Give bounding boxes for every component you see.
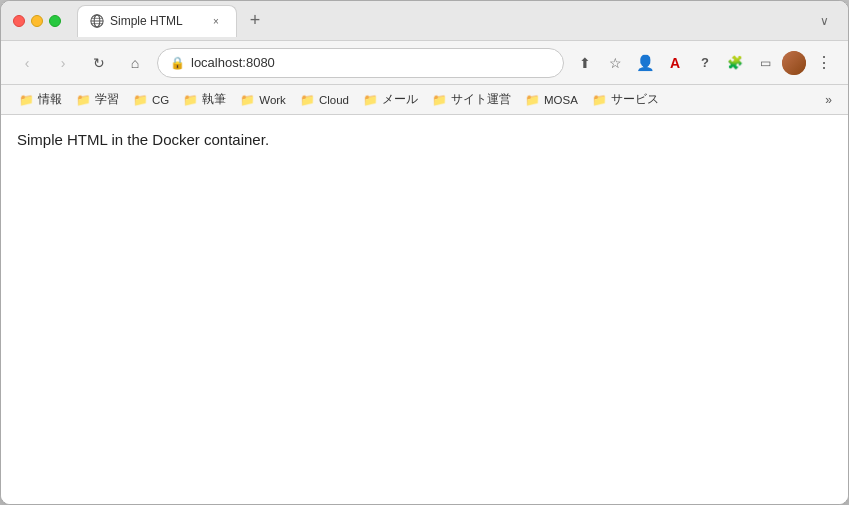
bookmark-cloud[interactable]: 📁 Cloud [294, 91, 355, 109]
folder-icon: 📁 [300, 93, 315, 107]
acrobat-icon: A [670, 55, 680, 71]
bookmark-label: メール [382, 92, 418, 107]
bookmark-label: MOSA [544, 94, 578, 106]
tabs-bar: Simple HTML × + [77, 5, 812, 37]
folder-icon: 📁 [432, 93, 447, 107]
url-text: localhost:8080 [191, 55, 551, 70]
bookmark-label: Cloud [319, 94, 349, 106]
tab-close-button[interactable]: × [208, 13, 224, 29]
bookmark-label: CG [152, 94, 169, 106]
browser-window: Simple HTML × + ∨ ‹ › ↻ ⌂ 🔒 localhost:80… [0, 0, 849, 505]
page-content: Simple HTML in the Docker container. [1, 115, 848, 504]
navigation-bar: ‹ › ↻ ⌂ 🔒 localhost:8080 ⬆ ☆ 👤 A [1, 41, 848, 85]
maximize-window-button[interactable] [49, 15, 61, 27]
bookmark-site-management[interactable]: 📁 サイト運営 [426, 90, 517, 109]
tab-title: Simple HTML [110, 14, 202, 28]
chevron-down-icon[interactable]: ∨ [812, 9, 836, 33]
folder-icon: 📁 [183, 93, 198, 107]
folder-icon: 📁 [592, 93, 607, 107]
question-icon: ? [701, 55, 709, 70]
title-bar-right: ∨ [812, 9, 836, 33]
bookmark-label: 学習 [95, 92, 119, 107]
star-icon: ☆ [609, 55, 622, 71]
home-button[interactable]: ⌂ [121, 49, 149, 77]
bookmarks-more-button[interactable]: » [821, 91, 836, 109]
close-window-button[interactable] [13, 15, 25, 27]
address-bar[interactable]: 🔒 localhost:8080 [157, 48, 564, 78]
puzzle-icon: 🧩 [727, 55, 743, 70]
cast-icon: ▭ [760, 56, 771, 70]
folder-icon: 📁 [240, 93, 255, 107]
cast-button[interactable]: ▭ [752, 50, 778, 76]
bookmark-cg[interactable]: 📁 CG [127, 91, 175, 109]
minimize-window-button[interactable] [31, 15, 43, 27]
title-bar: Simple HTML × + ∨ [1, 1, 848, 41]
bookmarks-bar: 📁 情報 📁 学習 📁 CG 📁 執筆 📁 Work 📁 Cloud 📁 メール [1, 85, 848, 115]
bookmark-label: Work [259, 94, 286, 106]
globe-icon [90, 14, 104, 28]
bookmark-joho[interactable]: 📁 情報 [13, 90, 68, 109]
user-circle-icon: 👤 [636, 54, 655, 72]
acrobat-extension-button[interactable]: A [662, 50, 688, 76]
forward-button[interactable]: › [49, 49, 77, 77]
home-icon: ⌂ [131, 55, 139, 71]
extension-icon-1[interactable]: 👤 [632, 50, 658, 76]
folder-icon: 📁 [363, 93, 378, 107]
bookmark-star-button[interactable]: ☆ [602, 50, 628, 76]
nav-right-icons: ⬆ ☆ 👤 A ? 🧩 ▭ ⋮ [572, 50, 836, 76]
bookmark-mail[interactable]: 📁 メール [357, 90, 424, 109]
traffic-lights [13, 15, 61, 27]
bookmark-shippitsu[interactable]: 📁 執筆 [177, 90, 232, 109]
back-icon: ‹ [25, 55, 30, 71]
lock-icon: 🔒 [170, 56, 185, 70]
help-extension-button[interactable]: ? [692, 50, 718, 76]
back-button[interactable]: ‹ [13, 49, 41, 77]
bookmark-label: 情報 [38, 92, 62, 107]
share-icon: ⬆ [579, 55, 591, 71]
folder-icon: 📁 [19, 93, 34, 107]
bookmark-label: サービス [611, 92, 659, 107]
bookmark-label: サイト運営 [451, 92, 511, 107]
bookmark-mosa[interactable]: 📁 MOSA [519, 91, 584, 109]
folder-icon: 📁 [133, 93, 148, 107]
refresh-button[interactable]: ↻ [85, 49, 113, 77]
bookmark-services[interactable]: 📁 サービス [586, 90, 665, 109]
active-tab[interactable]: Simple HTML × [77, 5, 237, 37]
page-body-text: Simple HTML in the Docker container. [17, 131, 832, 148]
menu-button[interactable]: ⋮ [810, 50, 836, 76]
bookmark-work[interactable]: 📁 Work [234, 91, 292, 109]
refresh-icon: ↻ [93, 55, 105, 71]
forward-icon: › [61, 55, 66, 71]
bookmark-label: 執筆 [202, 92, 226, 107]
bookmark-gakushu[interactable]: 📁 学習 [70, 90, 125, 109]
folder-icon: 📁 [525, 93, 540, 107]
extensions-button[interactable]: 🧩 [722, 50, 748, 76]
avatar[interactable] [782, 51, 806, 75]
share-button[interactable]: ⬆ [572, 50, 598, 76]
new-tab-button[interactable]: + [241, 7, 269, 35]
folder-icon: 📁 [76, 93, 91, 107]
kebab-icon: ⋮ [816, 53, 831, 72]
